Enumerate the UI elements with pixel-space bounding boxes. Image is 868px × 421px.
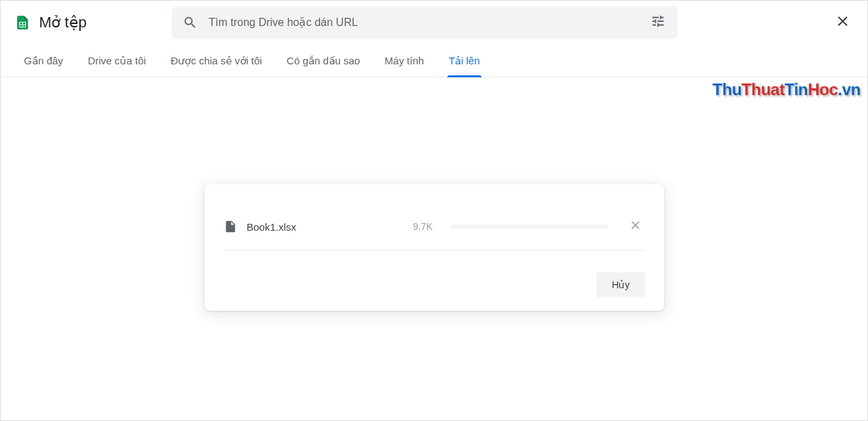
dialog-header: Mở tệp (1, 1, 867, 44)
card-actions: Hủy (224, 251, 645, 297)
file-icon (224, 220, 237, 233)
svg-rect-4 (23, 25, 26, 27)
tabs: Gần đây Drive của tôi Được chia sẻ với t… (1, 44, 867, 77)
cancel-button[interactable]: Hủy (596, 272, 644, 297)
upload-card: Book1.xlsx 9.7K Hủy (205, 184, 664, 311)
search-icon (183, 15, 198, 30)
sheets-icon (14, 14, 31, 31)
filter-icon[interactable] (645, 8, 671, 37)
svg-rect-1 (20, 23, 23, 25)
tab-computer[interactable]: Máy tính (375, 44, 434, 77)
dialog-title: Mở tệp (39, 14, 87, 31)
content-area: Book1.xlsx 9.7K Hủy (1, 77, 867, 398)
file-size: 9.7K (413, 221, 433, 232)
tab-starred[interactable]: Có gắn dấu sao (277, 44, 369, 77)
remove-icon (629, 218, 642, 232)
search-bar[interactable] (172, 6, 678, 39)
title-group: Mở tệp (14, 14, 172, 31)
tab-my-drive[interactable]: Drive của tôi (78, 44, 155, 77)
close-icon (834, 13, 851, 29)
upload-file-row: Book1.xlsx 9.7K (224, 203, 645, 251)
tab-shared-with-me[interactable]: Được chia sẻ với tôi (161, 44, 272, 77)
watermark: ThuThuatTinHoc.vn (713, 80, 860, 99)
remove-file-button[interactable] (626, 216, 645, 238)
file-name: Book1.xlsx (247, 221, 384, 233)
close-button[interactable] (826, 5, 859, 40)
svg-rect-2 (23, 23, 26, 25)
upload-progress-bar (451, 225, 608, 229)
search-input[interactable] (209, 16, 634, 29)
svg-rect-3 (20, 25, 23, 27)
tab-recent[interactable]: Gần đây (14, 44, 73, 77)
tab-upload[interactable]: Tải lên (439, 44, 490, 77)
